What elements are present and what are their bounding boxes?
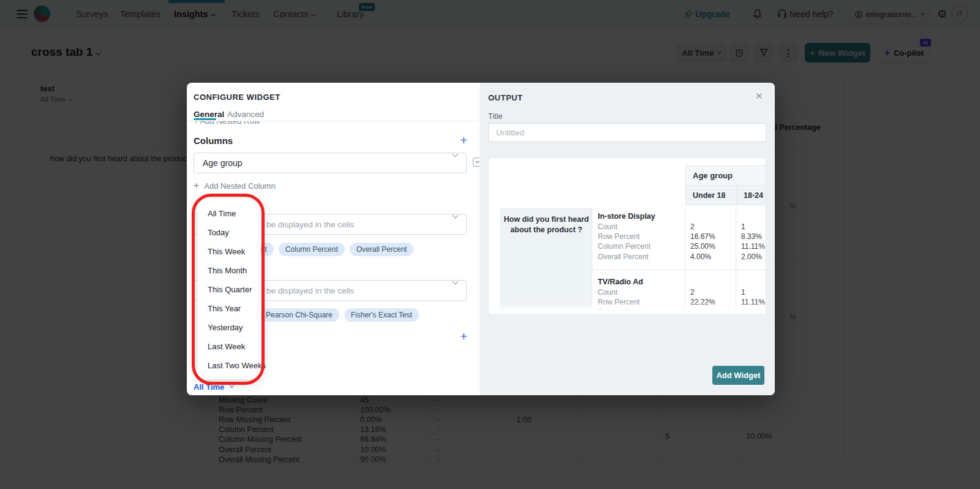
dropdown-item[interactable]: This Week (197, 242, 261, 261)
stat-value: 1 (741, 288, 745, 297)
stat-value: 2.00% (741, 252, 762, 261)
modal-title: CONFIGURE WIDGET (194, 93, 281, 102)
chip[interactable]: Pearson Chi-Square (259, 308, 339, 322)
output-table: Age group Under 18 18-24 How did you fir… (488, 157, 766, 315)
chevron-down-icon (453, 213, 459, 219)
active-tab-indicator (194, 118, 216, 120)
dropdown-item[interactable]: This Year (197, 299, 261, 318)
add-column-button[interactable]: + (460, 134, 467, 146)
table-col-header: 18-24 (736, 185, 766, 205)
app-root: Surveys Templates Insights Tickets Conta… (0, 0, 980, 489)
dropdown-item[interactable]: This Month (197, 261, 261, 280)
tab-general[interactable]: General (194, 110, 224, 119)
table-question-cell: How did you first heard about the produc… (500, 208, 592, 315)
dropdown-item[interactable]: Last Week (197, 337, 261, 356)
stat-value: 25.00% (690, 242, 715, 251)
stat-value: 16.67% (690, 232, 715, 241)
chip[interactable]: Column Percent (279, 243, 345, 256)
plus-icon: + (194, 180, 199, 191)
stat-value: 2 (690, 288, 695, 297)
table-bottom-fade (489, 302, 766, 314)
stat-value: 4.00% (690, 252, 711, 261)
chip[interactable]: Fisher's Exact Test (344, 308, 419, 322)
stat-chips: Pearson Chi-Square Fisher's Exact Test (259, 308, 419, 322)
stat-label: Row Percent (598, 232, 640, 241)
dropdown-item[interactable]: Today (197, 223, 261, 242)
configure-widget-modal: CONFIGURE WIDGET General Advanced + Add … (187, 83, 775, 395)
add-nested-row-link-clipped[interactable]: + Add Nested Row (194, 121, 328, 127)
close-icon[interactable]: ✕ (755, 91, 763, 102)
dropdown-item[interactable]: Yesterday (197, 318, 261, 337)
stat-value: 1 (741, 222, 745, 231)
tab-advanced[interactable]: Advanced (227, 110, 264, 119)
table-col-header: Under 18 (685, 185, 737, 205)
dropdown-item[interactable]: All Time (197, 204, 261, 223)
stat-label: Count (598, 288, 617, 297)
table-row-title: TV/Radio Ad (598, 278, 643, 286)
dropdown-item[interactable]: This Quarter (197, 280, 261, 299)
chevron-down-icon (453, 151, 459, 157)
stat-value: 8.33% (741, 232, 762, 241)
time-filter-dropdown: All Time Today This Week This Month This… (197, 199, 261, 379)
stat-value: 11.11% (741, 242, 765, 251)
stat-label: Column Percent (598, 242, 650, 251)
table-row-title: In-store Display (598, 212, 655, 221)
chevron-down-icon (453, 279, 459, 285)
chip[interactable]: Overall Percent (350, 243, 414, 256)
dropdown-item[interactable]: Last Two Weeks (197, 356, 261, 375)
add-section-button[interactable]: + (460, 330, 467, 343)
time-filter-link[interactable]: All Time (194, 382, 233, 392)
table-group-header: Age group (685, 165, 766, 186)
columns-section-label: Columns (194, 135, 233, 146)
add-widget-button[interactable]: Add Widget (712, 366, 764, 385)
add-nested-column-link[interactable]: + Add Nested Column (194, 180, 276, 191)
stat-value: 2 (690, 222, 695, 231)
title-label: Title (488, 112, 502, 121)
column-field-select[interactable]: Age group (194, 153, 467, 173)
output-heading: OUTPUT (488, 93, 522, 102)
chevron-down-icon (230, 384, 234, 388)
stat-label: Count (598, 222, 617, 231)
stat-label: Overall Percent (598, 252, 649, 261)
value-chips: ent Column Percent Overall Percent (250, 243, 413, 256)
widget-title-input[interactable] (488, 123, 766, 142)
